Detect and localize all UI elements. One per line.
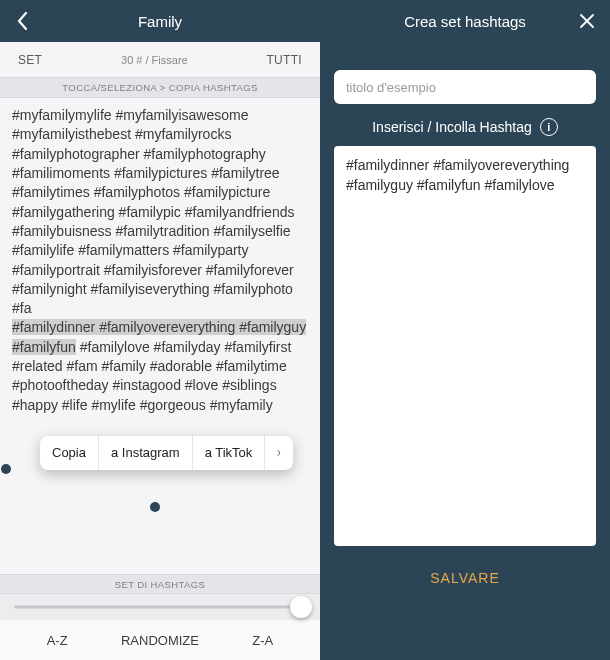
set-label: SET DI HASHTAGS xyxy=(0,574,320,594)
page-title: Family xyxy=(10,13,310,30)
tab-row: SET 30 # / Fissare TUTTI xyxy=(0,42,320,78)
tab-count[interactable]: 30 # / Fissare xyxy=(121,54,188,66)
sort-za[interactable]: Z-A xyxy=(252,633,273,648)
context-more[interactable] xyxy=(265,436,293,470)
right-header: Crea set hashtags xyxy=(320,0,610,42)
title-input[interactable] xyxy=(334,70,596,104)
sort-randomize[interactable]: RANDOMIZE xyxy=(121,633,199,648)
hashtag-paste-box[interactable]: #familydinner #familyovereverything #fam… xyxy=(334,146,596,546)
hashtag-textview[interactable]: #myfamilymylife #myfamilyisawesome #myfa… xyxy=(0,98,320,574)
hashtag-text-pre[interactable]: #myfamilymylife #myfamilyisawesome #myfa… xyxy=(12,107,294,316)
chevron-right-icon xyxy=(277,447,281,459)
slider-track[interactable] xyxy=(14,606,306,609)
selection-handle-start[interactable] xyxy=(1,464,11,474)
slider-area xyxy=(0,594,320,620)
tab-all[interactable]: TUTTI xyxy=(266,53,302,67)
context-tiktok[interactable]: a TikTok xyxy=(193,436,266,470)
context-instagram[interactable]: a Instagram xyxy=(99,436,193,470)
back-button[interactable] xyxy=(10,9,34,33)
right-title: Crea set hashtags xyxy=(404,13,526,30)
save-button[interactable]: SALVARE xyxy=(334,570,596,586)
sort-row: A-Z RANDOMIZE Z-A xyxy=(0,620,320,660)
close-icon xyxy=(579,13,595,29)
info-icon[interactable]: i xyxy=(540,118,558,136)
instruction-bar: TOCCA/SELEZIONA > COPIA HASHTAGS xyxy=(0,78,320,98)
selection-handle-end[interactable] xyxy=(150,502,160,512)
close-button[interactable] xyxy=(576,10,598,32)
tab-set[interactable]: SET xyxy=(18,53,42,67)
left-header: Family xyxy=(0,0,320,42)
sort-az[interactable]: A-Z xyxy=(47,633,68,648)
insert-label: Inserisci / Incolla Hashtag xyxy=(372,119,532,135)
context-copy[interactable]: Copia xyxy=(40,436,99,470)
context-menu: Copia a Instagram a TikTok xyxy=(40,436,293,470)
pasted-hashtags[interactable]: #familydinner #familyovereverything #fam… xyxy=(346,157,569,193)
chevron-left-icon xyxy=(16,11,28,31)
insert-label-row: Inserisci / Incolla Hashtag i xyxy=(334,118,596,136)
slider-thumb[interactable] xyxy=(290,596,312,618)
